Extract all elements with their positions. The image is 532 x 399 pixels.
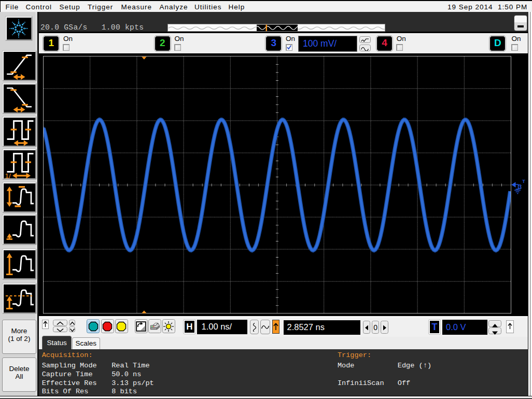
svg-text:3: 3 [518, 183, 522, 190]
svg-text:1/: 1/ [5, 172, 11, 180]
svg-text:T: T [522, 178, 525, 183]
